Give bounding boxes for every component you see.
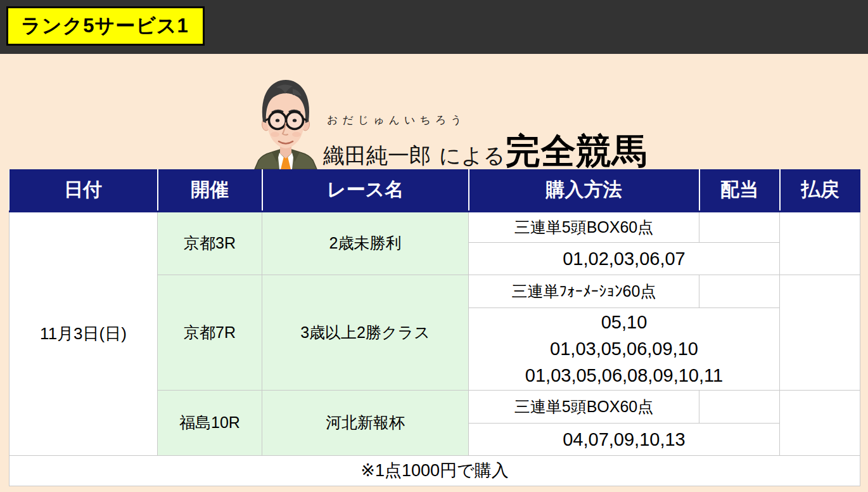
payout-cell [780, 275, 860, 390]
author-avatar [251, 76, 321, 169]
top-bar: ランク5サービス1 [0, 0, 868, 54]
numbers-cell: 05,10 01,03,05,06,09,10 01,03,05,06,08,0… [469, 308, 780, 390]
dividend-cell [699, 211, 780, 242]
number-line: 01,03,05,06,09,10 [469, 335, 779, 362]
purchase-method-cell: 三連単ﾌｫｰﾒｰｼｮﾝ60点 [469, 275, 699, 308]
dividend-cell [699, 275, 780, 308]
col-header-dividend: 配当 [699, 169, 780, 211]
col-header-payout: 払戻 [780, 169, 860, 211]
col-header-race-name: レース名 [262, 169, 469, 211]
venue-cell: 福島10R [158, 390, 262, 455]
race-name-cell: 河北新報杯 [262, 390, 469, 455]
payout-cell [780, 211, 860, 275]
author-name: 織田純一郎 [323, 143, 431, 167]
number-line: 01,03,05,06,08,09,10,11 [469, 362, 779, 389]
date-cell: 11月3日(日) [10, 211, 158, 455]
footnote: ※1点1000円で購入 [10, 455, 860, 486]
table-row: 11月3日(日) 京都3R 2歳未勝利 三連単5頭BOX60点 [10, 211, 860, 242]
number-line: 05,10 [469, 309, 779, 335]
table-header-row: 日付 開催 レース名 購入方法 配当 払戻 [10, 169, 860, 211]
race-name-cell: 3歳以上2勝クラス [262, 275, 469, 390]
race-name-cell: 2歳未勝利 [262, 211, 469, 275]
number-line: 01,02,03,06,07 [469, 245, 779, 272]
title-connector: による [439, 143, 505, 167]
purchase-method-cell: 三連単5頭BOX60点 [469, 390, 699, 423]
race-table: 日付 開催 レース名 購入方法 配当 払戻 11月3日(日) 京都3R 2歳未勝… [9, 169, 860, 486]
page: ランク5サービス1 [0, 0, 868, 492]
col-header-venue: 開催 [158, 169, 262, 211]
venue-cell: 京都7R [158, 275, 262, 390]
author-furigana: おだじゅんいちろう [327, 113, 647, 127]
banner-title-group: おだじゅんいちろう 織田純一郎による完全競馬 [323, 113, 647, 175]
banner: おだじゅんいちろう 織田純一郎による完全競馬 [0, 54, 868, 169]
dividend-cell [699, 390, 780, 423]
number-line: 04,07,09,10,13 [469, 426, 779, 453]
page-title: 完全競馬 [505, 131, 647, 171]
numbers-cell: 04,07,09,10,13 [469, 423, 780, 455]
col-header-date: 日付 [10, 169, 158, 211]
numbers-cell: 01,02,03,06,07 [469, 242, 780, 275]
purchase-method-cell: 三連単5頭BOX60点 [469, 211, 699, 242]
rank-badge: ランク5サービス1 [6, 6, 205, 46]
payout-cell [780, 390, 860, 455]
footnote-row: ※1点1000円で購入 [10, 455, 860, 486]
banner-title-line: 織田純一郎による完全競馬 [323, 128, 647, 175]
col-header-purchase-method: 購入方法 [469, 169, 699, 211]
venue-cell: 京都3R [158, 211, 262, 275]
